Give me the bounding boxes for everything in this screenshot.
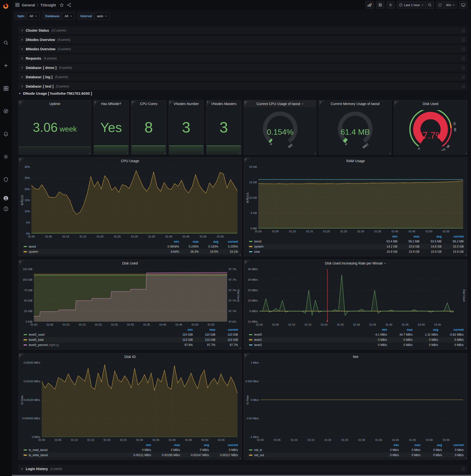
legend-col-max[interactable]: max [151,443,180,447]
legend-series-level2[interactable]: level20 MB/s0 MB/s0 MB/s0 MB/s [248,342,465,347]
legend-col-avg[interactable]: avg [180,443,209,447]
breadcrumb-page[interactable]: TDinsight [40,3,56,7]
row-database-log-[interactable]: Database: [ log ](5 panels) [18,73,467,81]
panel-title[interactable]: Disk Used [394,100,467,107]
panel-title[interactable]: CPU Usage [19,157,241,164]
drag-handle[interactable] [462,467,465,471]
info-corner-icon[interactable]: i [244,353,250,359]
row-login-history[interactable]: Login History (1 panel) [18,465,467,473]
legend-series-total[interactable]: total15.9 GB15.9 GB15.9 GB15.9 GB [248,249,465,254]
info-corner-icon[interactable]: i [319,100,325,106]
alerting-icon[interactable] [3,131,9,137]
grafana-logo[interactable] [3,3,9,9]
plus-icon[interactable] [3,63,9,68]
legend-series-system[interactable]: system8.64%28.3%19.5%19.1% [23,249,239,254]
info-corner-icon[interactable]: i [19,100,25,106]
breadcrumb-section[interactable]: General [22,3,35,7]
info-corner-icon[interactable]: i [169,100,175,106]
legend-col-max[interactable]: max [397,235,420,238]
legend-series-level0_total[interactable]: level0_total113 GiB113 GiB113 GiB [23,337,239,342]
drag-handle[interactable] [462,29,465,32]
row-dnode-usage[interactable]: DNode Usage [ huolinhe-TM1701:6030 ] [18,91,92,95]
legend-series-level0[interactable]: level0-4.1 MB/s34.7 MB/s1.31 MB/s-0.82 M… [248,332,465,337]
plot-area[interactable] [31,167,237,234]
plot-area[interactable] [34,269,227,322]
variable-interval-value[interactable]: auto [94,12,110,20]
legend-series-level0_percent[interactable]: level0_percent (right-y)97.6%97.7%97.7% [23,342,239,347]
panel-title[interactable]: Uptime [19,100,91,107]
info-corner-icon[interactable]: i [244,157,250,163]
info-corner-icon[interactable]: i [131,100,137,106]
legend-col-avg[interactable]: avg [413,328,438,331]
panel-title[interactable]: Current Memory Usage of taosd [319,100,391,107]
variable-fqdn-value[interactable]: All [27,12,39,20]
search-icon[interactable] [3,40,9,45]
plot-area[interactable] [260,363,463,437]
drag-handle[interactable] [462,47,465,51]
plot-area[interactable] [42,363,237,437]
legend-col-min[interactable]: min [375,235,397,238]
info-corner-icon[interactable]: i [94,100,100,106]
row-database-test-[interactable]: Database: [ test ](5 panels) [18,83,467,90]
legend-col-current[interactable]: current [438,328,464,331]
legend-col-current[interactable]: current [215,328,238,331]
help-icon[interactable] [3,206,9,211]
legend-col-max[interactable]: max [179,240,199,243]
explore-icon[interactable] [3,108,9,114]
legend-col-min[interactable]: min [362,328,387,331]
legend-col-min[interactable]: min [159,240,179,243]
save-dashboard-button[interactable] [376,1,384,9]
legend-series-system[interactable]: system14.2 GB15.6 GB14.8 GB15.5 GB [248,244,465,249]
legend-col-current[interactable]: current [218,240,238,243]
legend-col-avg[interactable]: avg [199,240,218,243]
info-corner-icon[interactable]: i [244,100,250,106]
legend-col-max[interactable]: max [193,328,215,331]
panel-title[interactable]: Current CPU Usage of taosd [244,100,316,107]
share-icon[interactable] [67,3,71,7]
legend-col-min[interactable]: min [122,443,151,447]
row-mnodes-overview[interactable]: MNodes Overview(2 panels) [18,45,467,53]
panel-title[interactable]: Disk Used Increasing Rate per Minute [244,260,467,267]
scrollbar[interactable] [12,475,471,476]
info-corner-icon[interactable]: i [19,353,25,359]
drag-handle[interactable] [462,38,465,41]
shield-icon[interactable] [3,177,9,182]
legend-series-taosd[interactable]: taosd53.4 MB56.2 MB53.5 MB56.2 MB [248,239,465,244]
row-database-demo-[interactable]: Database: [ demo ](5 panels) [18,64,467,71]
panel-title[interactable]: Net [244,353,467,360]
legend-col-current[interactable]: current [209,443,238,447]
refresh-interval-picker[interactable]: 30s [444,1,457,9]
legend-col-max[interactable]: max [387,328,413,331]
legend-col-min[interactable]: min [170,328,193,331]
legend-col-current[interactable]: current [441,235,464,238]
legend-series-net_in[interactable]: net_in0 Mb/s0 Mb/s0 Mb/s0 Mb/s [248,447,465,452]
add-panel-button[interactable] [365,1,374,9]
refresh-button[interactable] [436,1,444,9]
legend-series-io_read_taosd[interactable]: io_read_taosd0 MB/s0 MB/s0 MB/s0 MB/s [23,447,239,452]
legend-col-current[interactable]: current [442,443,464,447]
info-corner-icon[interactable]: i [206,100,212,106]
star-icon[interactable] [60,3,64,7]
dashboard-settings-button[interactable] [386,1,395,9]
panel-title[interactable]: Disk IO [19,353,241,360]
legend-series-taosd[interactable]: taosd0.0808%0.245%0.183%0.205% [23,244,239,249]
settings-icon[interactable] [3,154,9,159]
time-range-picker[interactable]: Last 1 hour [397,1,426,9]
drag-handle[interactable] [462,57,465,60]
panel-title[interactable]: Disk Used [19,260,241,267]
drag-handle[interactable] [462,75,465,79]
panel-title[interactable]: RAM Usage [244,157,467,164]
plot-area[interactable] [259,269,454,322]
variable-database-value[interactable]: All [62,12,75,20]
legend-col-min[interactable]: min [377,443,399,447]
cycle-view-mode-button[interactable] [459,1,468,9]
legend-col-max[interactable]: max [399,443,421,447]
info-corner-icon[interactable]: i [244,260,250,266]
avatar[interactable] [3,196,9,201]
info-corner-icon[interactable]: i [19,260,25,266]
legend-series-level0_used[interactable]: level0_used110 GiB110 GiB110 GiB [23,332,239,337]
legend-series-level1[interactable]: level10 MB/s0 MB/s0 MB/s0 MB/s [248,337,465,342]
legend-series-io_write_taosd[interactable]: io_write_taosd0.00111 MB/s0.00195 MB/s0.… [23,452,239,458]
zoom-out-time-button[interactable] [426,1,434,9]
drag-handle[interactable] [462,66,465,69]
